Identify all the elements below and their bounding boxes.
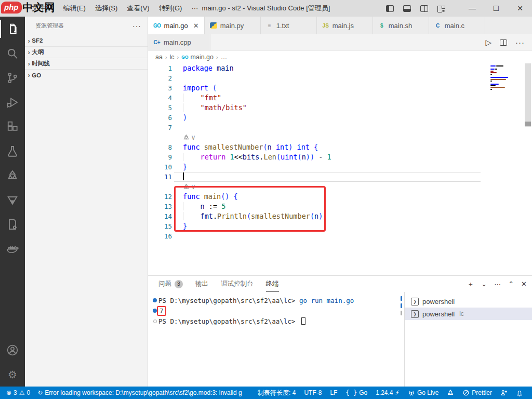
panel-more-icon[interactable]: ···: [494, 280, 501, 288]
ai-assistant-lingma-icon[interactable]: [0, 163, 25, 188]
testing-flask-icon[interactable]: [0, 139, 25, 163]
menu-item-3[interactable]: 查看(V): [122, 0, 154, 17]
codelens-row[interactable]: ∨: [148, 182, 532, 192]
code-line[interactable]: 6): [148, 113, 532, 123]
run-debug-icon[interactable]: [0, 90, 25, 114]
sidebar-section-大纲[interactable]: ›大纲: [25, 46, 148, 58]
panel-close-icon[interactable]: ✕: [521, 280, 527, 288]
tab-close-icon[interactable]: ✕: [188, 22, 199, 30]
menu-item-4[interactable]: 转到(G): [154, 0, 187, 17]
terminal-instance-lc[interactable]: ❯powershelllc: [405, 308, 532, 320]
code-line[interactable]: 16: [148, 231, 532, 241]
menu-item-1[interactable]: 编辑(E): [59, 0, 90, 17]
panel-tab-调试控制台[interactable]: 调试控制台: [221, 276, 254, 292]
breadcrumb-item-3[interactable]: …: [221, 54, 228, 61]
code-line[interactable]: 13 n := 5: [148, 202, 532, 211]
status-encoding[interactable]: UTF-8: [300, 387, 325, 399]
code-line[interactable]: 15}: [148, 221, 532, 231]
command-decoration-icon[interactable]: [151, 298, 158, 302]
panel-maximize-icon[interactable]: ⌃: [508, 280, 514, 288]
tab-main.py[interactable]: main.py: [205, 17, 261, 34]
status-tab-size[interactable]: 制表符长度: 4: [254, 387, 299, 399]
sidebar-section-go[interactable]: ›GO: [25, 69, 148, 81]
source-control-icon[interactable]: [0, 65, 25, 90]
code-line[interactable]: 8func smallestNumber(n int) int {: [148, 142, 532, 152]
code-line[interactable]: 11: [148, 172, 532, 182]
status-go-live[interactable]: Go Live: [404, 387, 442, 399]
sidebar-section-sf2[interactable]: ›SF2: [25, 35, 148, 46]
docker-icon[interactable]: [0, 236, 25, 261]
panel-tab-输出[interactable]: 输出: [195, 276, 208, 292]
terminal-output[interactable]: PS D:\mysetup\gopath\src\sf2\aa\lc> go r…: [148, 292, 398, 387]
menu-item-2[interactable]: 选择(S): [90, 0, 122, 17]
tab-main.js[interactable]: JSmain.js: [317, 17, 373, 34]
split-editor-icon[interactable]: [500, 39, 507, 46]
minimap[interactable]: [490, 65, 516, 90]
code-editor[interactable]: 1package main23import (4 "fmt"5 "math/bi…: [148, 63, 532, 275]
go-file-icon: GO: [153, 23, 161, 29]
line-content: ∨: [183, 182, 195, 192]
minimize-button[interactable]: —: [460, 0, 484, 17]
breadcrumb-item-1[interactable]: lc: [170, 54, 175, 61]
breadcrumb-item-2[interactable]: GOmain.go: [181, 54, 214, 61]
toggle-panel-icon[interactable]: [403, 5, 411, 12]
code-line[interactable]: 3import (: [148, 83, 532, 93]
code-line[interactable]: 4 "fmt": [148, 93, 532, 103]
tab-main.sh[interactable]: $main.sh: [373, 17, 429, 34]
tab-main.go[interactable]: GOmain.go✕: [148, 17, 205, 34]
status-ai-assistant[interactable]: [443, 387, 458, 399]
extensions-icon[interactable]: [0, 114, 25, 139]
close-button[interactable]: ✕: [508, 0, 532, 17]
command-decoration-icon[interactable]: [151, 320, 158, 323]
toggle-secondary-sidebar-icon[interactable]: [420, 5, 428, 12]
terminal-cursor: [301, 317, 305, 325]
status-feedback[interactable]: [497, 387, 511, 399]
terminal-dropdown-icon[interactable]: ⌄: [481, 280, 487, 288]
line-content: return 1<<bits.Len(uint(n)) - 1: [183, 152, 331, 162]
menu-item-5[interactable]: ···: [187, 0, 203, 17]
code-line[interactable]: 10}: [148, 162, 532, 172]
code-line[interactable]: 5 "math/bits": [148, 103, 532, 113]
workspace-error-status[interactable]: ↻ Error loading workspace: D:\mysetup\go…: [35, 387, 244, 399]
status-language-mode[interactable]: { }Go: [342, 387, 371, 399]
code-line[interactable]: 9 return 1<<bits.Len(uint(n)) - 1: [148, 152, 532, 162]
current-line-highlight: [174, 172, 481, 182]
code-line[interactable]: 7: [148, 123, 532, 132]
toggle-sidebar-icon[interactable]: [386, 5, 394, 12]
line-content: fmt.Println(smallestNumber(n)): [183, 211, 327, 221]
editor-more-actions-icon[interactable]: ···: [515, 38, 525, 47]
codelens-row[interactable]: ∨: [148, 132, 532, 142]
status-eol[interactable]: LF: [326, 387, 341, 399]
terminal-instance-powershell[interactable]: ❯powershell: [405, 295, 532, 308]
explorer-icon[interactable]: [0, 17, 25, 41]
panel-tab-终端[interactable]: 终端: [266, 276, 279, 292]
file-gear-icon[interactable]: [0, 212, 25, 236]
sidebar-section-时间线[interactable]: ›时间线: [25, 58, 148, 69]
ai-codelens-icon[interactable]: ∨: [183, 132, 195, 142]
code-line[interactable]: 2: [148, 73, 532, 83]
status-notifications[interactable]: [512, 387, 527, 399]
triangle-down-icon[interactable]: [0, 188, 25, 212]
code-line[interactable]: 1package main: [148, 63, 532, 73]
tab-main.c[interactable]: Cmain.c: [429, 17, 485, 34]
breadcrumb-item-0[interactable]: aa: [155, 54, 163, 61]
tab-1.txt[interactable]: ≡1.txt: [261, 17, 317, 34]
search-icon[interactable]: [0, 41, 25, 65]
panel-tab-问题[interactable]: 问题3: [158, 276, 183, 292]
ai-codelens-icon[interactable]: ∨: [183, 182, 195, 192]
new-terminal-icon[interactable]: ＋: [467, 280, 474, 289]
run-file-icon[interactable]: ▷: [485, 38, 491, 47]
accounts-icon[interactable]: [0, 338, 25, 362]
sidebar-more-actions-icon[interactable]: ···: [132, 22, 141, 30]
status-go-version[interactable]: 1.24.4⚡: [372, 387, 403, 399]
maximize-button[interactable]: ☐: [484, 0, 508, 17]
customize-layout-icon[interactable]: [437, 5, 446, 12]
editor-scrollbar[interactable]: [525, 63, 531, 127]
status-prettier[interactable]: Prettier: [459, 387, 496, 399]
vscode-window: php 中文网 文件(F)编辑(E)选择(S)查看(V)转到(G)··· mai…: [0, 0, 532, 399]
settings-gear-icon[interactable]: ⚙: [0, 362, 25, 387]
code-line[interactable]: 12func main() {: [148, 192, 532, 202]
problems-status[interactable]: ⊗3 ⚠0: [4, 387, 32, 399]
code-line[interactable]: 14 fmt.Println(smallestNumber(n)): [148, 211, 532, 221]
tab-main.cpp[interactable]: C+main.cpp: [148, 34, 210, 50]
